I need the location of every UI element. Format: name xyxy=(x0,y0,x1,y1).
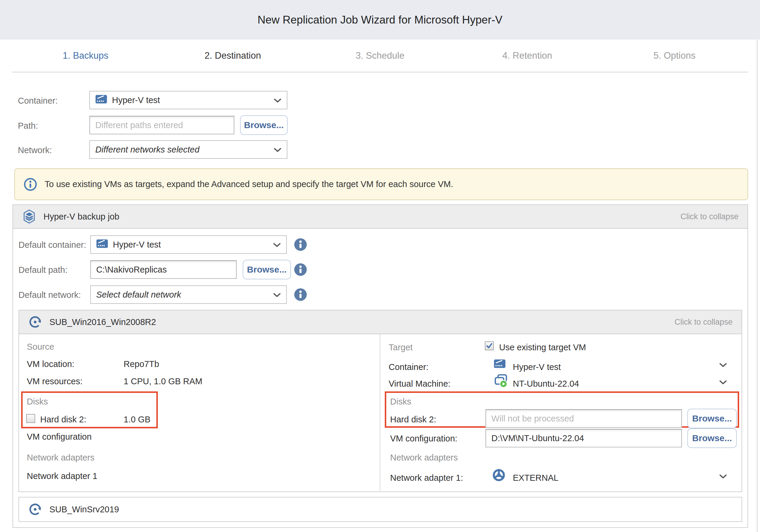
target-adapter-value: EXTERNAL xyxy=(513,473,558,483)
target-vm-select[interactable] xyxy=(719,380,727,386)
source-disk-label: Hard disk 2: xyxy=(40,414,86,424)
source-target-divider xyxy=(380,334,380,492)
page-edge-line xyxy=(757,40,758,532)
vm2-title: SUB_WinSrv2019 xyxy=(49,505,119,514)
target-adapter-select[interactable] xyxy=(719,474,727,480)
step-destination[interactable]: 2. Destination xyxy=(159,40,306,72)
replication-job-wizard: New Replication Job Wizard for Microsoft… xyxy=(0,0,760,532)
default-path-input[interactable] xyxy=(90,260,237,279)
step-options: 5. Options xyxy=(601,40,748,72)
wizard-header: New Replication Job Wizard for Microsoft… xyxy=(0,0,760,40)
chevron-down-icon xyxy=(274,148,281,153)
target-heading: Target xyxy=(389,343,413,352)
target-disk-input[interactable] xyxy=(485,409,682,428)
chevron-down-icon xyxy=(719,380,727,385)
step-retention: 4. Retention xyxy=(453,40,601,72)
page-title: New Replication Job Wizard for Microsoft… xyxy=(258,14,502,26)
default-network-info-icon[interactable] xyxy=(294,288,307,301)
path-browse-button[interactable]: Browse... xyxy=(240,115,288,135)
path-input[interactable] xyxy=(89,116,234,134)
target-disk-label: Hard disk 2: xyxy=(390,414,436,424)
step-backups[interactable]: 1. Backups xyxy=(12,40,159,72)
source-network-heading: Network adapters xyxy=(27,453,94,462)
network-label: Network: xyxy=(18,145,52,155)
hyperv-container-icon xyxy=(494,359,506,369)
info-banner: To use existing VMs as targets, expand t… xyxy=(14,168,748,200)
vm-location-label: VM location: xyxy=(27,359,74,369)
source-vm-config-label: VM configuration xyxy=(27,432,92,442)
default-path-browse-button[interactable]: Browse... xyxy=(243,260,291,279)
info-icon[interactable] xyxy=(294,288,307,301)
replication-icon xyxy=(28,502,42,516)
default-network-value: Select default network xyxy=(96,290,181,300)
vm1-box: SUB_Win2016_Win2008R2 Click to collapse xyxy=(19,310,742,492)
network-select[interactable]: Different networks selected xyxy=(89,140,287,159)
vm1-header[interactable]: SUB_Win2016_Win2008R2 Click to collapse xyxy=(19,311,741,334)
default-network-select[interactable]: Select default network xyxy=(90,285,287,304)
chevron-down-icon xyxy=(273,243,281,248)
default-path-label: Default path: xyxy=(19,265,67,275)
source-adapter-label: Network adapter 1 xyxy=(27,471,97,481)
wizard-steps: 1. Backups 2. Destination 3. Schedule 4.… xyxy=(12,40,748,73)
vm1-collapse[interactable]: Click to collapse xyxy=(675,317,733,327)
target-vm-config-label: VM configuration: xyxy=(390,434,457,444)
target-container-value: Hyper-V test xyxy=(513,362,561,372)
hyperv-container-icon xyxy=(96,239,108,249)
backup-job-title: Hyper-V backup job xyxy=(43,212,119,221)
vm1-title: SUB_Win2016_Win2008R2 xyxy=(49,317,156,327)
info-outline-icon xyxy=(24,178,37,191)
target-vm-config-browse-button[interactable]: Browse... xyxy=(687,428,737,448)
backup-job-collapse[interactable]: Click to collapse xyxy=(681,212,738,221)
path-label: Path: xyxy=(18,121,38,131)
backup-job-header[interactable]: Hyper-V backup job Click to collapse xyxy=(13,205,747,229)
default-path-info-icon[interactable] xyxy=(294,263,307,276)
container-label: Container: xyxy=(18,96,58,106)
default-container-label: Default container: xyxy=(19,240,86,250)
source-disk-size: 1.0 GB xyxy=(123,414,150,424)
default-container-select[interactable]: Hyper-V test xyxy=(90,235,287,254)
network-select-value: Different networks selected xyxy=(95,145,200,155)
container-select[interactable]: Hyper-V test xyxy=(89,91,287,109)
source-disk-checkbox[interactable] xyxy=(26,414,35,423)
target-network-heading: Network adapters xyxy=(390,453,458,462)
replication-icon xyxy=(28,315,42,329)
target-vm-label: Virtual Machine: xyxy=(389,379,450,389)
use-existing-vm-checkbox[interactable] xyxy=(485,341,494,350)
source-heading: Source xyxy=(27,342,54,352)
target-container-label: Container: xyxy=(389,362,429,372)
default-network-label: Default network: xyxy=(19,290,81,300)
info-banner-text: To use existing VMs as targets, expand t… xyxy=(45,179,453,189)
container-select-value: Hyper-V test xyxy=(112,95,160,105)
target-adapter-label: Network adapter 1: xyxy=(390,473,463,483)
chevron-down-icon xyxy=(719,363,727,367)
info-icon[interactable] xyxy=(294,263,307,276)
check-icon xyxy=(486,342,493,349)
vm-resources-value: 1 CPU, 1.0 GB RAM xyxy=(123,376,202,386)
backup-job-icon xyxy=(22,210,36,224)
target-vm-value: NT-Ubuntu-22.04 xyxy=(513,379,579,389)
default-container-info-icon[interactable] xyxy=(294,238,307,251)
target-vm-config-input[interactable] xyxy=(485,429,682,447)
network-globe-icon xyxy=(492,468,506,482)
hyperv-container-icon xyxy=(95,94,107,104)
vm-icon xyxy=(494,373,508,388)
default-container-value: Hyper-V test xyxy=(113,240,161,250)
use-existing-vm-label: Use existing target VM xyxy=(499,343,586,352)
step-schedule: 3. Schedule xyxy=(307,40,453,72)
info-icon[interactable] xyxy=(294,238,307,251)
target-disks-heading: Disks xyxy=(390,397,411,407)
vm2-box[interactable]: SUB_WinSrv2019 xyxy=(19,497,742,522)
target-disk-browse-button[interactable]: Browse... xyxy=(687,409,737,428)
source-disks-heading: Disks xyxy=(27,397,48,407)
chevron-down-icon xyxy=(274,98,281,103)
target-container-select[interactable] xyxy=(719,363,727,369)
vm-resources-label: VM resources: xyxy=(27,376,82,386)
vm-location-value: Repo7Tb xyxy=(123,359,159,369)
chevron-down-icon xyxy=(719,474,727,479)
chevron-down-icon xyxy=(273,293,281,298)
